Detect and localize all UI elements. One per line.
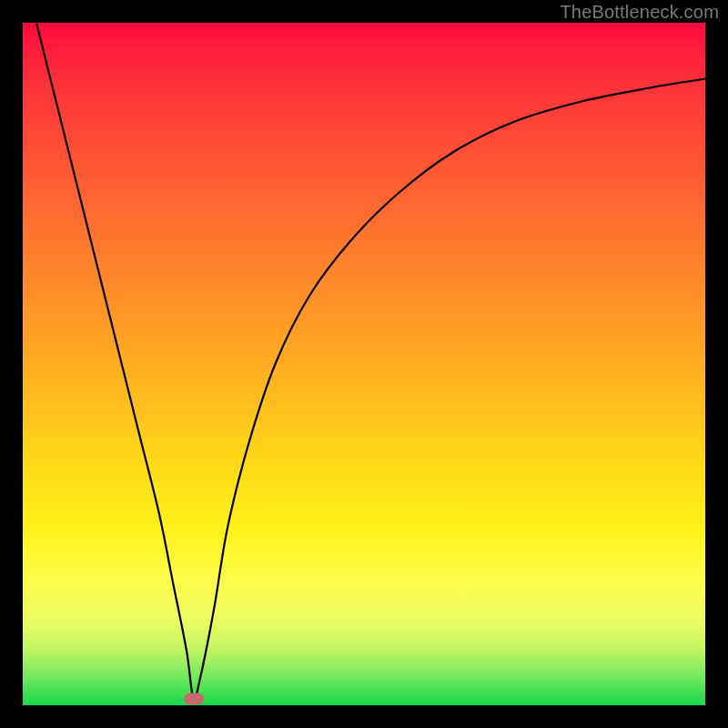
- plot-area: [23, 23, 705, 705]
- watermark-text: TheBottleneck.com: [560, 2, 719, 23]
- bottleneck-curve: [36, 23, 705, 700]
- minimum-marker: [184, 693, 204, 704]
- chart-frame: TheBottleneck.com: [0, 0, 728, 728]
- curve-svg: [23, 23, 705, 705]
